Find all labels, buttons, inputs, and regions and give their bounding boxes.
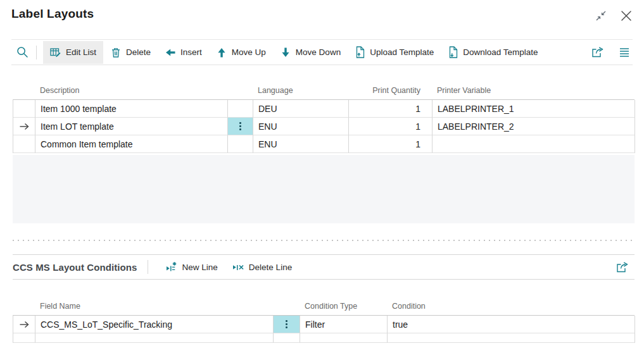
move-down-button[interactable]: Move Down xyxy=(273,41,348,64)
conditions-title: CCS MS Layout Conditions xyxy=(13,262,137,273)
header-spacer xyxy=(13,95,35,99)
header-spacer xyxy=(227,95,253,99)
move-up-button[interactable]: Move Up xyxy=(209,41,273,64)
row-selector-cell[interactable] xyxy=(13,316,35,333)
delete-line-button[interactable]: Delete Line xyxy=(225,256,299,278)
column-header-description[interactable]: Description xyxy=(35,86,227,99)
print-quantity-cell[interactable]: 1 xyxy=(349,135,432,153)
close-icon[interactable] xyxy=(620,9,633,22)
search-icon[interactable] xyxy=(11,46,28,58)
description-cell[interactable]: Common Item template xyxy=(35,135,228,153)
move-up-label: Move Up xyxy=(232,47,266,57)
description-cell[interactable]: Item LOT template xyxy=(35,118,228,135)
row-selector-cell[interactable] xyxy=(13,333,35,343)
vertical-ellipsis-icon xyxy=(239,125,241,127)
printer-variable-cell[interactable]: LABELPRINTER_1 xyxy=(432,100,635,118)
printer-variable-cell[interactable]: LABELPRINTER_2 xyxy=(432,118,635,135)
label-layouts-window: Label Layouts xyxy=(0,0,644,353)
conditions-section-header: CCS MS Layout Conditions New Line xyxy=(13,254,635,280)
column-header-printer-variable[interactable]: Printer Variable xyxy=(432,86,635,99)
table-header-row: Field Name Condition Type Condition xyxy=(13,280,635,315)
condition-cell[interactable]: true xyxy=(388,316,635,333)
field-name-cell[interactable] xyxy=(35,333,274,343)
edit-list-button[interactable]: Edit List xyxy=(43,41,103,64)
page-title: Label Layouts xyxy=(11,7,94,21)
file-upload-icon xyxy=(355,46,365,58)
delete-line-label: Delete Line xyxy=(249,263,292,272)
edit-list-label: Edit List xyxy=(66,47,96,57)
condition-cell[interactable] xyxy=(388,333,635,343)
conditions-table: Field Name Condition Type Condition CCS_… xyxy=(13,280,635,343)
trash-icon xyxy=(110,47,122,58)
field-name-cell[interactable]: CCS_MS_LoT_Specific_Tracking xyxy=(35,316,274,333)
edit-list-icon xyxy=(50,47,61,58)
insert-button[interactable]: Insert xyxy=(158,41,209,64)
table-row-selected: CCS_MS_LoT_Specific_Tracking Filter true xyxy=(13,316,635,333)
label-layouts-table: Description Language Print Quantity Prin… xyxy=(13,65,635,153)
language-cell[interactable]: ENU xyxy=(253,135,349,153)
toolbar-right-icons xyxy=(591,46,633,58)
current-row-arrow-icon xyxy=(19,320,29,329)
table-header-row: Description Language Print Quantity Prin… xyxy=(13,65,635,99)
toolbar-divider xyxy=(36,46,37,59)
new-line-icon xyxy=(165,261,178,273)
condition-type-cell[interactable] xyxy=(300,333,388,343)
printer-variable-cell[interactable] xyxy=(432,135,635,153)
file-download-icon xyxy=(448,46,458,58)
section-divider xyxy=(148,260,148,274)
new-line-button[interactable]: New Line xyxy=(158,256,225,278)
download-template-label: Download Template xyxy=(463,47,538,57)
collapse-icon[interactable] xyxy=(595,9,607,22)
column-header-condition-type[interactable]: Condition Type xyxy=(300,302,387,315)
print-quantity-cell[interactable]: 1 xyxy=(349,100,432,118)
action-bar: Edit List Delete Insert xyxy=(11,39,633,65)
print-quantity-cell[interactable]: 1 xyxy=(349,118,432,135)
vertical-ellipsis-icon xyxy=(286,323,287,325)
table-body: Item 1000 template DEU 1 LABELPRINTER_1 … xyxy=(13,99,635,153)
table-body: CCS_MS_LoT_Specific_Tracking Filter true xyxy=(13,315,635,343)
header-spacer xyxy=(13,311,35,315)
move-down-label: Move Down xyxy=(296,47,341,57)
insert-label: Insert xyxy=(180,47,202,57)
column-header-print-quantity[interactable]: Print Quantity xyxy=(348,86,432,99)
row-selector-cell[interactable] xyxy=(13,118,35,135)
download-template-button[interactable]: Download Template xyxy=(441,41,545,64)
condition-type-cell[interactable]: Filter xyxy=(300,316,388,333)
row-selector-cell[interactable] xyxy=(13,100,35,118)
delete-line-icon xyxy=(232,261,244,273)
row-options-cell[interactable] xyxy=(274,333,300,343)
upload-template-button[interactable]: Upload Template xyxy=(348,41,441,64)
language-cell[interactable]: ENU xyxy=(253,118,349,135)
row-options-cell[interactable] xyxy=(228,100,253,118)
table-row: Item 1000 template DEU 1 LABELPRINTER_1 xyxy=(13,100,635,118)
table-row-empty xyxy=(13,333,635,343)
table-row-selected: Item LOT template ENU 1 LABELPRINTER_2 xyxy=(13,118,635,135)
new-line-label: New Line xyxy=(182,263,218,272)
current-row-arrow-icon xyxy=(19,122,29,131)
column-header-field-name[interactable]: Field Name xyxy=(35,302,273,315)
row-selector-cell[interactable] xyxy=(13,135,35,153)
header-spacer xyxy=(273,311,300,315)
arrow-left-icon xyxy=(165,47,176,58)
window-controls xyxy=(595,9,633,22)
row-ellipsis-button[interactable] xyxy=(274,316,300,333)
part-divider xyxy=(13,240,633,241)
delete-label: Delete xyxy=(126,47,151,57)
arrow-up-icon xyxy=(216,47,227,58)
table-row: Common Item template ENU 1 xyxy=(13,135,635,153)
description-cell[interactable]: Item 1000 template xyxy=(35,100,228,118)
upload-template-label: Upload Template xyxy=(370,47,434,57)
empty-rows-area xyxy=(13,155,635,223)
row-ellipsis-button[interactable] xyxy=(228,118,253,135)
delete-button[interactable]: Delete xyxy=(103,41,158,64)
row-options-cell[interactable] xyxy=(228,135,253,153)
list-view-icon[interactable] xyxy=(619,47,630,58)
column-header-condition[interactable]: Condition xyxy=(387,302,635,315)
arrow-down-icon xyxy=(280,47,291,58)
language-cell[interactable]: DEU xyxy=(253,100,349,118)
column-header-language[interactable]: Language xyxy=(253,86,348,99)
share-icon[interactable] xyxy=(591,46,605,58)
share-icon[interactable] xyxy=(616,261,635,273)
